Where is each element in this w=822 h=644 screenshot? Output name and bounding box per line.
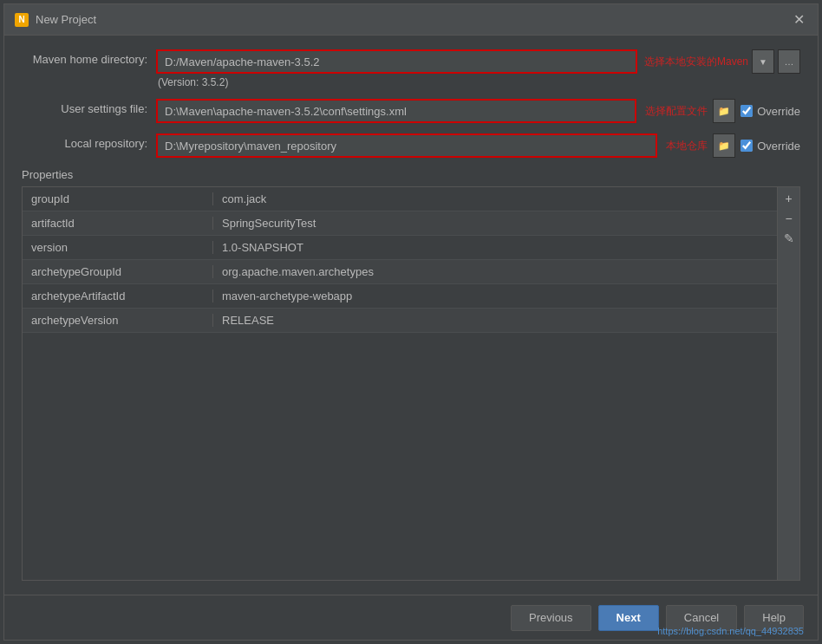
properties-add-btn[interactable]: + xyxy=(780,189,799,208)
local-repo-input[interactable] xyxy=(156,133,657,158)
user-settings-browse-btn[interactable]: 📁 xyxy=(713,99,735,123)
title-bar-left: N New Project xyxy=(15,13,96,27)
local-repo-browse-btn[interactable]: 📁 xyxy=(713,133,735,158)
properties-table: groupId com.jack artifactId SpringSecuri… xyxy=(23,187,777,580)
table-row[interactable]: groupId com.jack xyxy=(23,187,777,211)
dialog-footer: Previous Next Cancel Help https://blog.c… xyxy=(4,595,818,640)
user-settings-label: User settings file: xyxy=(22,99,147,115)
local-repo-override-checkbox[interactable] xyxy=(740,140,753,152)
table-row[interactable]: archetypeArtifactId maven-archetype-weba… xyxy=(23,284,777,309)
previous-button[interactable]: Previous xyxy=(511,605,591,631)
properties-side-actions: + − ✎ xyxy=(777,187,799,580)
dialog-content: Maven home directory: 选择本地安装的Maven ▼ … (… xyxy=(4,36,818,595)
local-repo-input-area: 本地仓库 📁 Override xyxy=(156,133,800,158)
footer-url: https://blog.csdn.net/qq_44932835 xyxy=(657,626,804,636)
prop-key: archetypeArtifactId xyxy=(23,289,213,302)
user-settings-override-row: Override xyxy=(740,105,800,118)
prop-value: maven-archetype-webapp xyxy=(213,289,777,302)
properties-title: Properties xyxy=(22,168,800,181)
user-settings-hint: 选择配置文件 xyxy=(642,104,708,119)
local-repo-override-label: Override xyxy=(757,140,800,153)
new-project-dialog: N New Project ✕ Maven home directory: 选择… xyxy=(3,3,819,641)
prop-key: version xyxy=(23,241,213,254)
dialog-title: New Project xyxy=(36,13,96,26)
table-row[interactable]: version 1.0-SNAPSHOT xyxy=(23,236,777,260)
user-settings-input-area: 选择配置文件 📁 Override xyxy=(156,99,800,123)
prop-value: org.apache.maven.archetypes xyxy=(213,265,777,278)
properties-container: groupId com.jack artifactId SpringSecuri… xyxy=(22,186,800,581)
app-icon: N xyxy=(15,13,29,27)
properties-remove-btn[interactable]: − xyxy=(780,209,799,228)
user-settings-row: User settings file: 选择配置文件 📁 Override xyxy=(22,99,800,123)
prop-value: 1.0-SNAPSHOT xyxy=(213,241,777,254)
local-repo-label: Local repository: xyxy=(22,133,147,150)
table-row[interactable]: archetypeVersion RELEASE xyxy=(23,309,777,333)
maven-home-dropdown-btn[interactable]: ▼ xyxy=(752,49,774,74)
local-repo-row: Local repository: 本地仓库 📁 Override xyxy=(22,133,800,158)
maven-home-hint: 选择本地安装的Maven xyxy=(641,55,748,69)
close-button[interactable]: ✕ xyxy=(790,11,807,29)
maven-home-row: Maven home directory: 选择本地安装的Maven ▼ … (… xyxy=(22,49,800,88)
prop-key: archetypeVersion xyxy=(23,314,213,327)
user-settings-input[interactable] xyxy=(156,99,636,123)
prop-key: archetypeGroupId xyxy=(23,265,213,278)
properties-edit-btn[interactable]: ✎ xyxy=(780,229,799,248)
table-row[interactable]: artifactId SpringSecurityTest xyxy=(23,211,777,236)
maven-home-input-container: 选择本地安装的Maven ▼ … xyxy=(156,49,800,74)
maven-home-input[interactable] xyxy=(156,49,637,74)
local-repo-hint: 本地仓库 xyxy=(662,139,708,153)
properties-section: Properties groupId com.jack artifactId S… xyxy=(22,168,800,581)
prop-key: artifactId xyxy=(23,217,213,230)
next-button[interactable]: Next xyxy=(598,605,659,631)
maven-home-label: Maven home directory: xyxy=(22,49,147,66)
prop-value: RELEASE xyxy=(213,314,777,327)
table-row[interactable]: archetypeGroupId org.apache.maven.archet… xyxy=(23,260,777,284)
maven-home-input-group: 选择本地安装的Maven ▼ … (Version: 3.5.2) xyxy=(156,49,800,88)
prop-key: groupId xyxy=(23,192,213,205)
title-bar: N New Project ✕ xyxy=(4,4,818,36)
user-settings-override-label: Override xyxy=(757,105,800,118)
prop-value: SpringSecurityTest xyxy=(213,217,777,230)
maven-version-text: (Version: 3.5.2) xyxy=(156,76,800,88)
maven-home-browse-btn[interactable]: … xyxy=(778,49,800,74)
user-settings-override-checkbox[interactable] xyxy=(740,105,753,117)
prop-value: com.jack xyxy=(213,192,777,205)
local-repo-override-row: Override xyxy=(740,140,800,153)
